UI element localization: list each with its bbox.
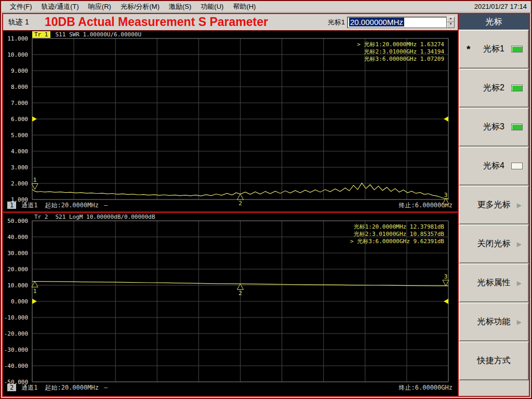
marker-readout-line: > 光标1:20.0000MHz 1.63274 (357, 41, 444, 48)
sidebar-button-光标4[interactable]: 光标4 (459, 147, 529, 185)
y-tick-label: 2.000 (11, 180, 28, 187)
chart-panel-s21: Tr 2S21 LogM 10.00000dB/0.00000dB50.0004… (3, 213, 458, 396)
trace-style-dash: — (104, 202, 108, 209)
marker-value-spinner: ▲ ▼ (447, 17, 455, 28)
sidebar-button-label: 快捷方式 (477, 355, 511, 366)
marker-value-text: 20.000000MHz (349, 18, 404, 26)
marker-2-number: 2 (238, 200, 242, 207)
menu-item-1[interactable]: 轨迹/通道(T) (37, 1, 84, 12)
clock: 2021/01/27 17:14 (474, 3, 527, 10)
y-tick-label: 1.000 (11, 196, 28, 203)
y-tick-label: 7.000 (11, 100, 28, 107)
y-tick-label: 20.000 (7, 266, 28, 273)
marker-readout-line: 光标2:3.01000GHz 10.85357dB (350, 231, 444, 238)
marker-1-number: 1 (33, 177, 37, 183)
y-tick-label: 4.000 (11, 148, 28, 155)
charts-column: 轨迹 1 10DB Actual Measurement S Parameter… (2, 13, 458, 397)
y-tick-label: 10.000 (7, 282, 28, 289)
marker-state-led (511, 124, 523, 130)
y-tick-label: -40.000 (4, 363, 28, 369)
y-tick-label: 11.000 (7, 35, 28, 42)
menu-item-4[interactable]: 激励(S) (164, 1, 196, 12)
trace-badge[interactable]: Tr 2 (32, 214, 50, 220)
charts-area: Tr 1S11 SWR 1.00000U/6.00000U11.00010.00… (3, 31, 458, 396)
sidebar-button-光标功能[interactable]: 光标功能▶ (459, 302, 529, 341)
y-tick-label: -20.000 (4, 330, 28, 337)
sidebar-buttons: *光标1光标2光标3光标4更多光标▶关闭光标▶光标属性▶光标功能▶快捷方式 (459, 30, 529, 380)
sidebar-button-label: 光标2 (483, 83, 504, 94)
y-tick-label: 50.000 (7, 218, 28, 224)
sidebar-button-label: 光标3 (483, 122, 504, 132)
chart-panel-s11: Tr 1S11 SWR 1.00000U/6.00000U11.00010.00… (3, 31, 458, 213)
sidebar-button-label: 关闭光标 (477, 238, 511, 249)
marker-1-triangle (32, 183, 38, 189)
y-axis-ticks: 50.00040.00030.00020.00010.0000.000-10.0… (3, 221, 30, 382)
submenu-arrow-icon: ▶ (517, 318, 522, 326)
marker-stimulus-field: 光标1 20.000000MHz ▲ ▼ (328, 17, 458, 28)
y-tick-label: 6.000 (11, 116, 28, 123)
sweep-start-label: 起始:20.0000MHz (45, 201, 98, 210)
sidebar-button-光标1[interactable]: *光标1 (459, 30, 529, 69)
sidebar-button-label: 更多光标 (477, 200, 511, 210)
marker-2-number: 2 (238, 290, 242, 297)
sidebar-button-光标属性[interactable]: 光标属性▶ (459, 263, 529, 302)
channel-status-bar: 2通道1起始:20.0000MHz—终止:6.00000GHz (3, 383, 458, 392)
toolbar: 轨迹 1 10DB Actual Measurement S Parameter… (3, 14, 458, 31)
trace-header: Tr 2S21 LogM 10.00000dB/0.00000dB (3, 213, 458, 221)
marker-field-label: 光标1 (328, 18, 345, 27)
marker-1-number: 1 (33, 288, 37, 295)
trace-badge[interactable]: Tr 1 (32, 31, 50, 38)
menu-item-0[interactable]: 文件(F) (5, 1, 37, 12)
menu-items-container: 文件(F)轨迹/通道(T)响应(R)光标/分析(M)激励(S)功能(U)帮助(H… (5, 1, 260, 12)
ref-level-indicator-right (444, 116, 448, 122)
sidebar-button-label: 光标功能 (477, 316, 511, 327)
y-tick-label: 9.000 (11, 68, 28, 74)
trace-header: Tr 1S11 SWR 1.00000U/6.00000U (3, 31, 458, 38)
marker-2-triangle (237, 284, 244, 289)
menu-item-6[interactable]: 帮助(H) (228, 1, 260, 12)
y-tick-label: 5.000 (11, 132, 28, 139)
sidebar: 光标 *光标1光标2光标3光标4更多光标▶关闭光标▶光标属性▶光标功能▶快捷方式 (458, 13, 530, 397)
spinner-down-button[interactable]: ▼ (447, 22, 455, 28)
trace-info: S21 LogM 10.00000dB/0.00000dB (56, 214, 155, 220)
menu-bar: 2021/01/27 17:14 文件(F)轨迹/通道(T)响应(R)光标/分析… (1, 1, 531, 12)
plot-area[interactable]: 50.00040.00030.00020.00010.0000.000-10.0… (32, 221, 448, 382)
spinner-up-button[interactable]: ▲ (447, 17, 455, 22)
plot-area[interactable]: 11.00010.0009.0008.0007.0006.0005.0004.0… (32, 38, 448, 200)
sidebar-button-关闭光标[interactable]: 关闭光标▶ (459, 224, 529, 263)
sidebar-button-光标2[interactable]: 光标2 (459, 69, 529, 108)
y-tick-label: 10.000 (7, 51, 28, 58)
y-tick-label: 8.000 (11, 84, 28, 90)
marker-3-number: 3 (444, 192, 448, 198)
marker-3-number: 3 (444, 273, 448, 280)
marker-state-led (511, 163, 523, 169)
y-tick-label: -10.000 (4, 314, 28, 321)
content: 轨迹 1 10DB Actual Measurement S Parameter… (2, 13, 530, 397)
sidebar-button-光标3[interactable]: 光标3 (459, 108, 529, 147)
ref-level-indicator-left (32, 116, 37, 122)
y-tick-label: 0.000 (11, 298, 28, 305)
sidebar-button-快捷方式[interactable]: 快捷方式 (459, 341, 529, 380)
y-tick-label: -50.000 (4, 379, 28, 385)
channel-status-bar: 1通道1起始:20.0000MHz—终止:6.00000GHz (3, 201, 458, 210)
menu-item-2[interactable]: 响应(R) (84, 1, 116, 12)
submenu-arrow-icon: ▶ (517, 202, 522, 209)
sidebar-button-更多光标[interactable]: 更多光标▶ (459, 185, 529, 224)
y-tick-label: 3.000 (11, 164, 28, 171)
marker-readout-line: 光标2:3.01000GHz 1.34194 (357, 48, 444, 56)
menu-item-3[interactable]: 光标/分析(M) (116, 1, 164, 12)
marker-state-led (511, 46, 523, 52)
marker-readout-line: > 光标3:6.00000GHz 9.62391dB (350, 238, 444, 245)
active-marker-star: * (467, 44, 470, 55)
app-window: 2021/01/27 17:14 文件(F)轨迹/通道(T)响应(R)光标/分析… (0, 0, 532, 399)
y-tick-label: -30.000 (4, 347, 28, 353)
menu-item-5[interactable]: 功能(U) (196, 1, 228, 12)
y-axis-ticks: 11.00010.0009.0008.0007.0006.0005.0004.0… (3, 38, 30, 200)
marker-2-triangle (237, 194, 244, 200)
marker-readout-line: 光标1:20.0000MHz 12.37981dB (350, 223, 444, 231)
marker-readout-line: 光标3:6.00000GHz 1.07209 (357, 56, 444, 63)
submenu-arrow-icon: ▶ (517, 280, 522, 287)
marker-readout: 光标1:20.0000MHz 12.37981dB光标2:3.01000GHz … (350, 223, 444, 245)
sidebar-button-label: 光标属性 (477, 277, 511, 288)
marker-value-input[interactable]: 20.000000MHz (347, 17, 447, 28)
